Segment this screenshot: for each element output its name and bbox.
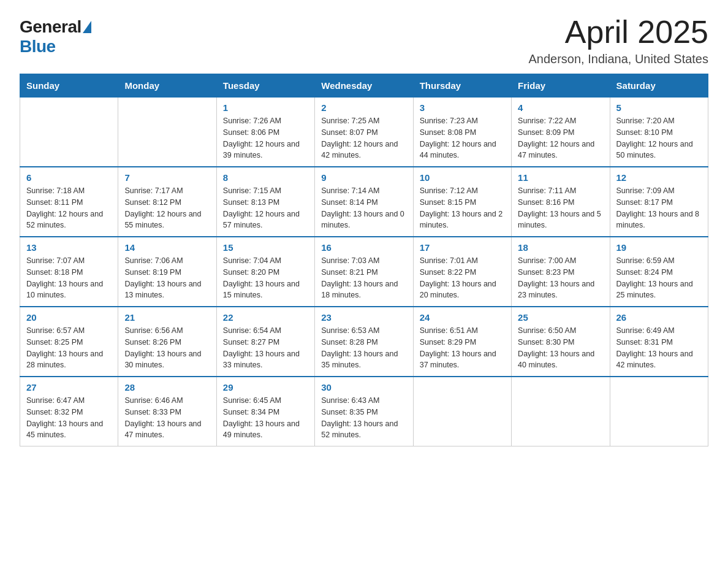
day-number: 26 bbox=[616, 312, 702, 323]
day-info: Sunrise: 7:09 AM Sunset: 8:17 PM Dayligh… bbox=[616, 185, 702, 231]
calendar-cell bbox=[413, 377, 511, 446]
calendar-cell: 4Sunrise: 7:22 AM Sunset: 8:09 PM Daylig… bbox=[512, 98, 610, 167]
day-number: 2 bbox=[321, 102, 406, 113]
day-number: 4 bbox=[518, 102, 603, 113]
day-info: Sunrise: 6:49 AM Sunset: 8:31 PM Dayligh… bbox=[616, 325, 702, 371]
day-number: 18 bbox=[518, 242, 603, 253]
day-info: Sunrise: 6:46 AM Sunset: 8:33 PM Dayligh… bbox=[124, 395, 210, 441]
day-number: 11 bbox=[518, 172, 603, 183]
day-number: 25 bbox=[518, 312, 603, 323]
weekday-header-sunday: Sunday bbox=[20, 74, 118, 98]
calendar-cell: 18Sunrise: 7:00 AM Sunset: 8:23 PM Dayli… bbox=[512, 237, 610, 307]
calendar-cell: 30Sunrise: 6:43 AM Sunset: 8:35 PM Dayli… bbox=[315, 377, 413, 446]
day-number: 16 bbox=[321, 242, 406, 253]
day-number: 29 bbox=[223, 382, 308, 393]
day-number: 13 bbox=[26, 242, 112, 253]
calendar-cell: 21Sunrise: 6:56 AM Sunset: 8:26 PM Dayli… bbox=[118, 307, 216, 377]
calendar-cell: 19Sunrise: 6:59 AM Sunset: 8:24 PM Dayli… bbox=[610, 237, 708, 307]
day-info: Sunrise: 6:45 AM Sunset: 8:34 PM Dayligh… bbox=[223, 395, 308, 441]
day-number: 15 bbox=[223, 242, 308, 253]
day-info: Sunrise: 7:06 AM Sunset: 8:19 PM Dayligh… bbox=[124, 255, 210, 301]
day-info: Sunrise: 6:51 AM Sunset: 8:29 PM Dayligh… bbox=[420, 325, 505, 371]
day-info: Sunrise: 7:15 AM Sunset: 8:13 PM Dayligh… bbox=[223, 185, 308, 231]
day-info: Sunrise: 7:20 AM Sunset: 8:10 PM Dayligh… bbox=[616, 115, 702, 161]
calendar-cell: 17Sunrise: 7:01 AM Sunset: 8:22 PM Dayli… bbox=[413, 237, 511, 307]
calendar-cell: 3Sunrise: 7:23 AM Sunset: 8:08 PM Daylig… bbox=[413, 98, 511, 167]
day-info: Sunrise: 7:00 AM Sunset: 8:23 PM Dayligh… bbox=[518, 255, 603, 301]
weekday-header-row: SundayMondayTuesdayWednesdayThursdayFrid… bbox=[20, 74, 708, 98]
day-number: 28 bbox=[124, 382, 210, 393]
calendar-cell: 6Sunrise: 7:18 AM Sunset: 8:11 PM Daylig… bbox=[20, 167, 118, 237]
calendar-cell: 16Sunrise: 7:03 AM Sunset: 8:21 PM Dayli… bbox=[315, 237, 413, 307]
day-number: 12 bbox=[616, 172, 702, 183]
day-number: 3 bbox=[420, 102, 505, 113]
day-number: 22 bbox=[223, 312, 308, 323]
day-info: Sunrise: 7:03 AM Sunset: 8:21 PM Dayligh… bbox=[321, 255, 406, 301]
day-info: Sunrise: 7:12 AM Sunset: 8:15 PM Dayligh… bbox=[420, 185, 505, 231]
calendar-table: SundayMondayTuesdayWednesdayThursdayFrid… bbox=[20, 74, 708, 446]
day-info: Sunrise: 6:53 AM Sunset: 8:28 PM Dayligh… bbox=[321, 325, 406, 371]
calendar-cell: 8Sunrise: 7:15 AM Sunset: 8:13 PM Daylig… bbox=[216, 167, 314, 237]
calendar-cell: 29Sunrise: 6:45 AM Sunset: 8:34 PM Dayli… bbox=[216, 377, 314, 446]
weekday-header-saturday: Saturday bbox=[610, 74, 708, 98]
calendar-cell: 7Sunrise: 7:17 AM Sunset: 8:12 PM Daylig… bbox=[118, 167, 216, 237]
day-number: 5 bbox=[616, 102, 702, 113]
logo: General Blue bbox=[20, 17, 91, 56]
day-info: Sunrise: 7:04 AM Sunset: 8:20 PM Dayligh… bbox=[223, 255, 308, 301]
logo-blue-text: Blue bbox=[20, 37, 56, 56]
day-info: Sunrise: 7:07 AM Sunset: 8:18 PM Dayligh… bbox=[26, 255, 112, 301]
calendar-cell: 12Sunrise: 7:09 AM Sunset: 8:17 PM Dayli… bbox=[610, 167, 708, 237]
weekday-header-monday: Monday bbox=[118, 74, 216, 98]
day-number: 14 bbox=[124, 242, 210, 253]
day-info: Sunrise: 7:17 AM Sunset: 8:12 PM Dayligh… bbox=[124, 185, 210, 231]
weekday-header-wednesday: Wednesday bbox=[315, 74, 413, 98]
calendar-cell: 28Sunrise: 6:46 AM Sunset: 8:33 PM Dayli… bbox=[118, 377, 216, 446]
day-number: 10 bbox=[420, 172, 505, 183]
weekday-header-thursday: Thursday bbox=[413, 74, 511, 98]
calendar-week-row: 27Sunrise: 6:47 AM Sunset: 8:32 PM Dayli… bbox=[20, 377, 708, 446]
day-number: 17 bbox=[420, 242, 505, 253]
calendar-cell bbox=[610, 377, 708, 446]
title-block: April 2025 Anderson, Indiana, United Sta… bbox=[528, 15, 708, 66]
calendar-cell: 20Sunrise: 6:57 AM Sunset: 8:25 PM Dayli… bbox=[20, 307, 118, 377]
calendar-week-row: 6Sunrise: 7:18 AM Sunset: 8:11 PM Daylig… bbox=[20, 167, 708, 237]
calendar-cell: 11Sunrise: 7:11 AM Sunset: 8:16 PM Dayli… bbox=[512, 167, 610, 237]
day-number: 23 bbox=[321, 312, 406, 323]
calendar-cell: 15Sunrise: 7:04 AM Sunset: 8:20 PM Dayli… bbox=[216, 237, 314, 307]
page-header: General Blue April 2025 Anderson, Indian… bbox=[20, 15, 708, 66]
day-info: Sunrise: 6:54 AM Sunset: 8:27 PM Dayligh… bbox=[223, 325, 308, 371]
day-number: 7 bbox=[124, 172, 210, 183]
day-number: 1 bbox=[223, 102, 308, 113]
calendar-cell: 2Sunrise: 7:25 AM Sunset: 8:07 PM Daylig… bbox=[315, 98, 413, 167]
day-info: Sunrise: 7:14 AM Sunset: 8:14 PM Dayligh… bbox=[321, 185, 406, 231]
calendar-cell bbox=[20, 98, 118, 167]
day-info: Sunrise: 6:59 AM Sunset: 8:24 PM Dayligh… bbox=[616, 255, 702, 301]
calendar-cell: 27Sunrise: 6:47 AM Sunset: 8:32 PM Dayli… bbox=[20, 377, 118, 446]
day-number: 6 bbox=[26, 172, 112, 183]
day-info: Sunrise: 7:25 AM Sunset: 8:07 PM Dayligh… bbox=[321, 115, 406, 161]
calendar-cell: 26Sunrise: 6:49 AM Sunset: 8:31 PM Dayli… bbox=[610, 307, 708, 377]
day-number: 19 bbox=[616, 242, 702, 253]
day-number: 30 bbox=[321, 382, 406, 393]
calendar-cell: 24Sunrise: 6:51 AM Sunset: 8:29 PM Dayli… bbox=[413, 307, 511, 377]
day-info: Sunrise: 7:01 AM Sunset: 8:22 PM Dayligh… bbox=[420, 255, 505, 301]
day-info: Sunrise: 6:47 AM Sunset: 8:32 PM Dayligh… bbox=[26, 395, 112, 441]
calendar-week-row: 13Sunrise: 7:07 AM Sunset: 8:18 PM Dayli… bbox=[20, 237, 708, 307]
calendar-cell: 10Sunrise: 7:12 AM Sunset: 8:15 PM Dayli… bbox=[413, 167, 511, 237]
day-info: Sunrise: 7:26 AM Sunset: 8:06 PM Dayligh… bbox=[223, 115, 308, 161]
logo-general-text: General bbox=[20, 17, 82, 37]
day-number: 24 bbox=[420, 312, 505, 323]
day-info: Sunrise: 6:57 AM Sunset: 8:25 PM Dayligh… bbox=[26, 325, 112, 371]
day-info: Sunrise: 6:43 AM Sunset: 8:35 PM Dayligh… bbox=[321, 395, 406, 441]
calendar-cell: 14Sunrise: 7:06 AM Sunset: 8:19 PM Dayli… bbox=[118, 237, 216, 307]
calendar-cell bbox=[512, 377, 610, 446]
calendar-week-row: 20Sunrise: 6:57 AM Sunset: 8:25 PM Dayli… bbox=[20, 307, 708, 377]
calendar-cell: 25Sunrise: 6:50 AM Sunset: 8:30 PM Dayli… bbox=[512, 307, 610, 377]
calendar-cell: 9Sunrise: 7:14 AM Sunset: 8:14 PM Daylig… bbox=[315, 167, 413, 237]
calendar-cell: 5Sunrise: 7:20 AM Sunset: 8:10 PM Daylig… bbox=[610, 98, 708, 167]
calendar-cell bbox=[118, 98, 216, 167]
logo-triangle-icon bbox=[83, 21, 91, 33]
day-info: Sunrise: 6:56 AM Sunset: 8:26 PM Dayligh… bbox=[124, 325, 210, 371]
calendar-cell: 13Sunrise: 7:07 AM Sunset: 8:18 PM Dayli… bbox=[20, 237, 118, 307]
calendar-cell: 23Sunrise: 6:53 AM Sunset: 8:28 PM Dayli… bbox=[315, 307, 413, 377]
